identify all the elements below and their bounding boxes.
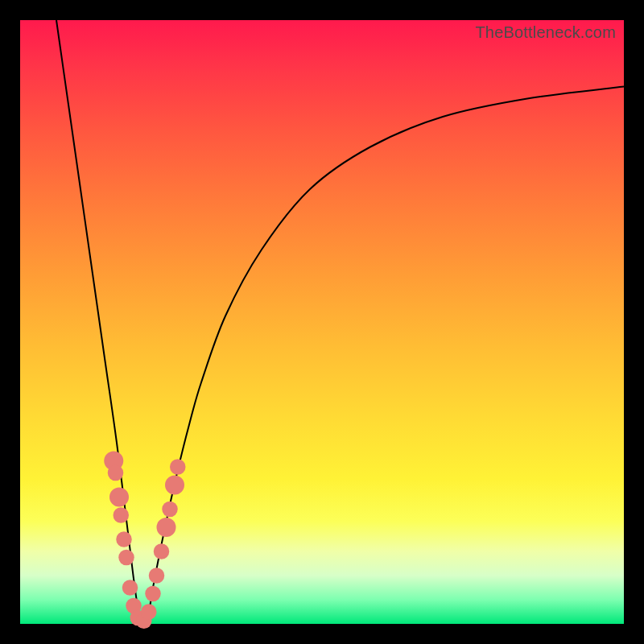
chart-plot-area: TheBottleneck.com <box>20 20 624 624</box>
data-marker <box>165 476 184 495</box>
chart-frame: TheBottleneck.com <box>0 0 644 644</box>
data-marker <box>141 604 157 620</box>
data-marker <box>162 502 178 518</box>
data-marker <box>122 580 138 596</box>
data-marker <box>116 531 132 547</box>
data-marker <box>154 543 170 559</box>
bottleneck-curve <box>56 20 624 629</box>
data-marker <box>114 507 130 523</box>
data-marker <box>118 550 134 566</box>
data-marker <box>170 459 186 475</box>
data-markers <box>104 452 185 630</box>
chart-svg <box>20 20 624 624</box>
data-marker <box>149 568 165 584</box>
data-marker <box>145 586 161 602</box>
data-marker <box>109 488 129 507</box>
data-marker <box>157 518 176 537</box>
data-marker <box>108 465 124 481</box>
